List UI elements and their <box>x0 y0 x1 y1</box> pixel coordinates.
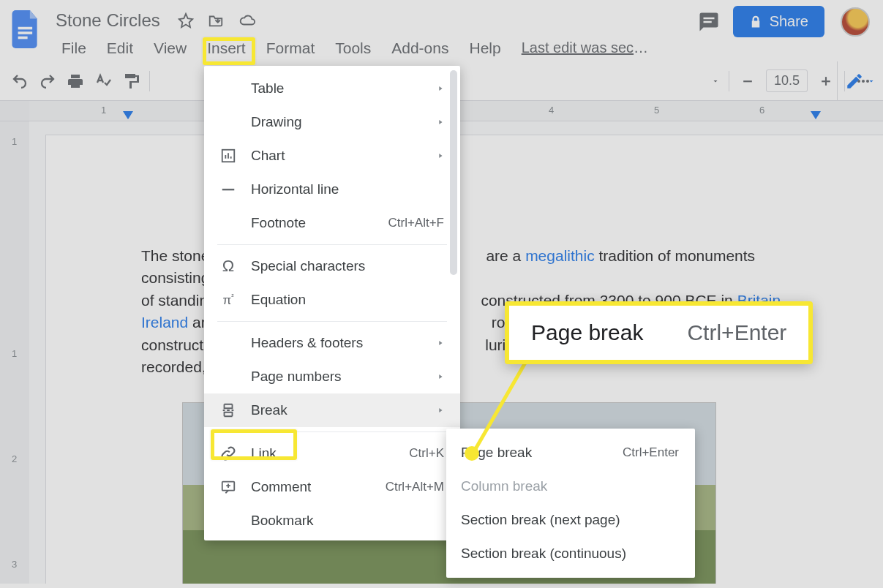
menu-item-label: Special characters <box>251 258 444 274</box>
insert-item-headers-footers[interactable]: Headers & footers <box>204 326 460 360</box>
menu-tools[interactable]: Tools <box>325 35 381 61</box>
svg-rect-4 <box>703 20 711 23</box>
link-megalithic[interactable]: megalithic <box>525 247 595 264</box>
link-ireland[interactable]: Ireland <box>141 314 188 331</box>
ruler-tick: 6 <box>759 105 764 116</box>
menu-item-label: Page break <box>461 445 587 461</box>
menu-item-label: Section break (continuous) <box>461 546 679 562</box>
break-submenu: Page breakCtrl+EnterColumn breakSection … <box>446 429 695 578</box>
insert-item-bookmark[interactable]: Bookmark <box>204 504 460 538</box>
insert-item-link[interactable]: LinkCtrl+K <box>204 437 460 470</box>
svg-rect-5 <box>743 80 752 82</box>
ruler-tick: 4 <box>549 105 554 116</box>
insert-item-drawing[interactable]: Drawing <box>204 105 460 139</box>
menu-file[interactable]: File <box>51 35 97 61</box>
menu-item-label: Table <box>251 80 402 97</box>
comment-icon <box>219 479 238 495</box>
break-item-section-break-continuous-[interactable]: Section break (continuous) <box>446 537 695 570</box>
ruler-tick: 5 <box>654 105 659 116</box>
zoom-dropdown-arrow[interactable] <box>711 77 720 86</box>
menu-insert[interactable]: Insert <box>197 35 256 61</box>
chart-icon <box>219 148 238 164</box>
submenu-arrow-icon <box>437 151 444 160</box>
menu-help[interactable]: Help <box>459 35 511 61</box>
break-icon <box>219 402 238 418</box>
menu-item-label: Footnote <box>251 215 353 231</box>
callout-shortcut: Ctrl+Enter <box>687 320 786 345</box>
submenu-arrow-icon <box>437 372 444 381</box>
menu-item-label: Chart <box>251 148 402 164</box>
decrease-font-icon[interactable] <box>738 72 757 91</box>
share-button[interactable]: Share <box>733 6 824 37</box>
menu-item-label: Section break (next page) <box>461 512 679 528</box>
indent-marker-left[interactable] <box>123 111 133 121</box>
share-label: Share <box>770 13 808 30</box>
indent-marker-right[interactable] <box>811 111 821 121</box>
insert-item-page-numbers[interactable]: Page numbers <box>204 360 460 393</box>
insert-item-equation[interactable]: π²Equation <box>204 283 460 317</box>
insert-item-horizontal-line[interactable]: Horizontal line <box>204 173 460 206</box>
menu-edit[interactable]: Edit <box>97 35 143 61</box>
star-icon[interactable] <box>178 12 194 29</box>
hline-icon <box>219 181 238 197</box>
submenu-arrow-icon <box>437 406 444 415</box>
menu-view[interactable]: View <box>143 35 197 61</box>
vertical-ruler[interactable]: 1 1 2 3 <box>0 121 29 584</box>
document-title[interactable]: Stone Circles <box>51 9 165 32</box>
editing-mode-button[interactable] <box>837 61 883 101</box>
link-icon <box>219 445 238 461</box>
spellcheck-icon[interactable] <box>94 72 113 91</box>
svg-rect-12 <box>222 189 235 190</box>
pi-icon: π² <box>219 293 238 308</box>
break-item-column-break: Column break <box>446 470 695 503</box>
undo-icon[interactable] <box>10 72 29 91</box>
shortcut-label: Ctrl+Alt+F <box>388 216 444 230</box>
menu-item-label: Drawing <box>251 114 402 130</box>
increase-font-icon[interactable] <box>816 72 835 91</box>
paint-format-icon[interactable] <box>121 72 140 91</box>
print-icon[interactable] <box>66 72 85 91</box>
menu-bar: File Edit View Insert Format Tools Add-o… <box>51 35 691 61</box>
svg-rect-3 <box>703 17 714 19</box>
insert-item-table[interactable]: Table <box>204 72 460 105</box>
lock-icon <box>749 15 762 29</box>
cloud-status-icon[interactable] <box>238 12 257 29</box>
submenu-arrow-icon <box>437 84 444 93</box>
open-comments-icon[interactable] <box>698 11 720 33</box>
chevron-down-icon <box>867 77 876 86</box>
redo-icon[interactable] <box>38 72 57 91</box>
move-icon[interactable] <box>207 12 225 29</box>
insert-menu-dropdown: TableDrawingChartHorizontal lineFootnote… <box>204 66 460 540</box>
shortcut-label: Ctrl+Enter <box>623 445 679 460</box>
menu-item-label: Horizontal line <box>251 181 444 197</box>
header-bar: Stone Circles File Edit View Insert Form… <box>0 0 883 61</box>
shortcut-label: Ctrl+K <box>409 446 444 461</box>
insert-item-special-characters[interactable]: ΩSpecial characters <box>204 249 460 283</box>
docs-logo-icon[interactable] <box>9 6 44 53</box>
menu-item-label: Link <box>251 445 374 461</box>
menu-item-label: Equation <box>251 292 444 308</box>
insert-item-footnote[interactable]: FootnoteCtrl+Alt+F <box>204 206 460 240</box>
menu-addons[interactable]: Add-ons <box>381 35 459 61</box>
font-size-input[interactable]: 10.5 <box>766 69 808 92</box>
dropdown-scrollbar[interactable] <box>450 70 457 275</box>
shortcut-label: Ctrl+Alt+M <box>386 480 444 494</box>
ruler-tick: 1 <box>101 105 106 116</box>
omega-icon: Ω <box>219 257 238 276</box>
account-avatar[interactable] <box>841 7 870 37</box>
break-item-section-break-next-page-[interactable]: Section break (next page) <box>446 503 695 537</box>
pencil-icon <box>845 72 864 91</box>
menu-item-label: Break <box>251 402 402 418</box>
menu-item-label: Comment <box>251 479 350 495</box>
insert-item-break[interactable]: Break <box>204 393 460 427</box>
insert-item-comment[interactable]: CommentCtrl+Alt+M <box>204 470 460 504</box>
menu-item-label: Headers & footers <box>251 335 402 351</box>
submenu-arrow-icon <box>437 118 444 127</box>
svg-rect-0 <box>18 27 33 30</box>
svg-rect-7 <box>825 77 827 86</box>
insert-item-chart[interactable]: Chart <box>204 139 460 173</box>
break-item-page-break[interactable]: Page breakCtrl+Enter <box>446 436 695 470</box>
last-edit-link[interactable]: Last edit was second… <box>511 35 665 61</box>
callout-page-break: Page break Ctrl+Enter <box>505 301 813 364</box>
menu-format[interactable]: Format <box>256 35 326 61</box>
